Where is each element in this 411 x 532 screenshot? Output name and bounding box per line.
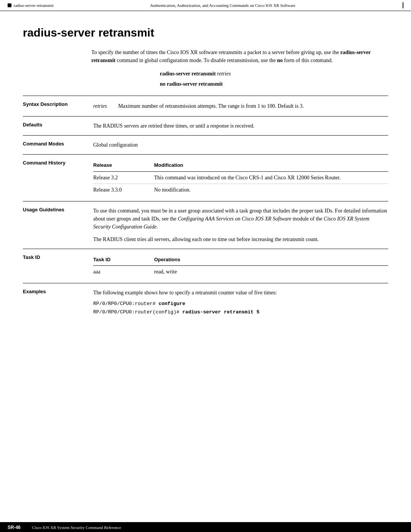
usage-guidelines-content: To use this command, you must be in a us… xyxy=(89,201,388,249)
code-line-1: RP/0/RP0/CPU0:router# configure xyxy=(93,300,388,308)
page-footer: SR-46 Cisco IOS XR System Security Comma… xyxy=(0,522,411,532)
task-id-thead: Task ID Operations xyxy=(93,254,388,266)
syntax-no-cmd: no radius-server retransmit xyxy=(160,81,223,87)
history-mod-2: No modification. xyxy=(154,184,388,196)
col-taskid-header: Task ID xyxy=(93,254,154,266)
command-history-table: Release Modification Release 3.2 This co… xyxy=(93,160,388,196)
task-id-tbody: aaa read, write xyxy=(93,266,388,278)
usage-guidelines-label: Usage Guidelines xyxy=(23,201,89,249)
footer-sr-tag: SR-46 xyxy=(8,525,21,530)
syntax-description-content: retries Maximum number of retransmission… xyxy=(89,96,388,117)
command-modes-content: Global configuration xyxy=(89,136,388,155)
command-history-thead: Release Modification xyxy=(93,160,388,171)
task-id-content: Task ID Operations aaa read, write xyxy=(89,249,388,283)
command-modes-row: Command Modes Global configuration xyxy=(23,136,388,155)
code-bold-2: radius-server retransmit 5 xyxy=(182,309,260,315)
col-operations-header: Operations xyxy=(154,254,388,266)
header-center-title: Authentication, Authorization, and Accou… xyxy=(54,3,392,8)
history-release-1: Release 3.2 xyxy=(93,171,154,184)
syntax-detail-table: retries Maximum number of retransmission… xyxy=(93,101,388,111)
task-id-label: Task ID xyxy=(23,249,89,283)
examples-content: The following example shows how to speci… xyxy=(89,283,388,322)
taskid-value: aaa xyxy=(93,266,154,278)
history-row-1: Release 3.2 This command was introduced … xyxy=(93,171,388,184)
operations-value: read, write xyxy=(154,266,388,278)
command-history-content: Release Modification Release 3.2 This co… xyxy=(89,155,388,201)
syntax-retries-italic: retries xyxy=(217,71,231,77)
task-id-table: Task ID Operations aaa read, write xyxy=(93,254,388,278)
syntax-cmd-bold: radius-server retransmit xyxy=(160,71,217,77)
defaults-row: Defaults The RADIUS servers are retried … xyxy=(23,117,388,136)
usage-guidelines-row: Usage Guidelines To use this command, yo… xyxy=(23,201,388,249)
sections-table: Syntax Description retries Maximum numbe… xyxy=(23,96,388,322)
syntax-line1: radius-server retransmit retries xyxy=(160,70,388,78)
history-release-2: Release 3.3.0 xyxy=(93,184,154,196)
command-history-row: Command History Release Modification Rel… xyxy=(23,155,388,201)
syntax-detail-row: retries Maximum number of retransmission… xyxy=(93,101,388,111)
command-history-label: Command History xyxy=(23,155,89,201)
command-history-header-row: Release Modification xyxy=(93,160,388,171)
page-header: radius-server retransmit Authentication,… xyxy=(0,0,411,11)
command-syntax-block: radius-server retransmit retries no radi… xyxy=(160,70,388,88)
header-right-border xyxy=(392,2,403,8)
intro-bold-command: radius-server retransmit xyxy=(91,50,371,63)
syntax-line2: no radius-server retransmit xyxy=(160,80,388,88)
header-section-label: radius-server retransmit xyxy=(14,3,54,8)
task-id-row: Task ID Task ID Operations aaa read, wri… xyxy=(23,249,388,283)
intro-bold-no: no xyxy=(277,58,283,63)
col-release-header: Release xyxy=(93,160,154,171)
header-left: radius-server retransmit xyxy=(8,3,54,8)
history-row-2: Release 3.3.0 No modification. xyxy=(93,184,388,196)
footer-bar: SR-46 Cisco IOS XR System Security Comma… xyxy=(0,522,411,532)
page-content: radius-server retransmit To specify the … xyxy=(0,11,411,352)
task-id-row-1: aaa read, write xyxy=(93,266,388,278)
examples-code-block: RP/0/RP0/CPU0:router# configure RP/0/RP0… xyxy=(93,300,388,316)
examples-intro: The following example shows how to speci… xyxy=(93,289,388,297)
command-history-tbody: Release 3.2 This command was introduced … xyxy=(93,171,388,196)
defaults-content: The RADIUS servers are retried three tim… xyxy=(89,117,388,136)
footer-doc-title: Cisco IOS XR System Security Command Ref… xyxy=(32,525,121,530)
command-modes-label: Command Modes xyxy=(23,136,89,155)
examples-label: Examples xyxy=(23,283,89,322)
intro-paragraph: To specify the number of times the Cisco… xyxy=(91,48,388,88)
usage-italic-1: Configuring AAA Services on Cisco IOS XR… xyxy=(178,216,292,222)
examples-row: Examples The following example shows how… xyxy=(23,283,388,322)
syntax-definition: Maximum number of retransmission attempt… xyxy=(118,101,388,111)
defaults-label: Defaults xyxy=(23,117,89,136)
history-mod-1: This command was introduced on the Cisco… xyxy=(154,171,388,184)
syntax-description-label: Syntax Description xyxy=(23,96,89,117)
syntax-term: retries xyxy=(93,101,118,111)
header-square-icon xyxy=(8,3,11,7)
code-line-2: RP/0/RP0/CPU0:router(config)# radius-ser… xyxy=(93,308,388,316)
intro-text-para: To specify the number of times the Cisco… xyxy=(91,48,388,64)
usage-para-1: To use this command, you must be in a us… xyxy=(93,207,388,231)
code-bold-1: configure xyxy=(159,301,185,307)
syntax-description-row: Syntax Description retries Maximum numbe… xyxy=(23,96,388,117)
page-title: radius-server retransmit xyxy=(23,26,388,39)
usage-para-2: The RADIUS client tries all servers, all… xyxy=(93,235,388,243)
col-modification-header: Modification xyxy=(154,160,388,171)
task-id-header-row: Task ID Operations xyxy=(93,254,388,266)
